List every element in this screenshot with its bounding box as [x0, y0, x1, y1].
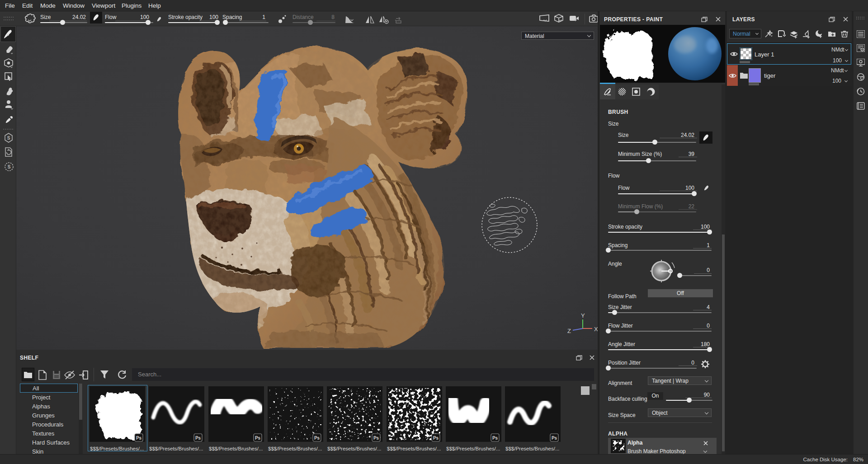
svg-text:S: S	[8, 164, 11, 169]
svg-text:S: S	[7, 136, 10, 141]
svg-text:Y: Y	[581, 312, 585, 319]
svg-text:Z: Z	[567, 328, 571, 334]
svg-text:X: X	[594, 326, 598, 333]
